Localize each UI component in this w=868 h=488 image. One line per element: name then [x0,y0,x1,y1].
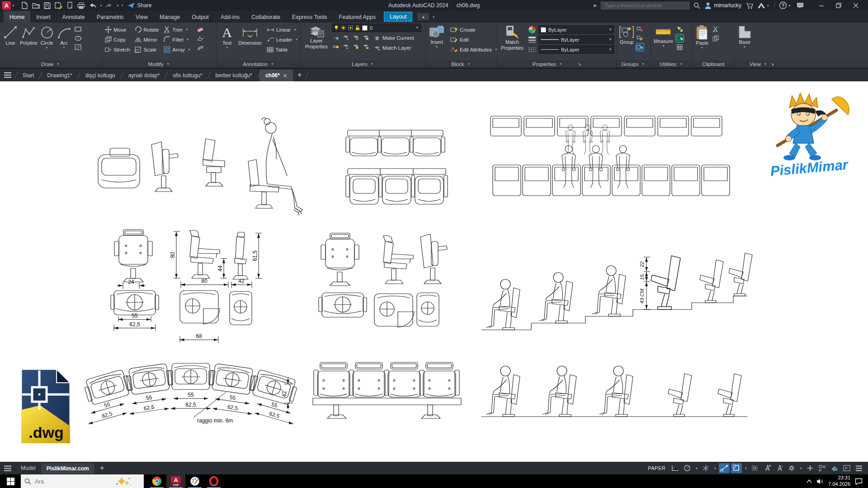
close-tab-icon[interactable] [283,74,287,78]
stretch-button[interactable]: Stretch [104,45,131,54]
tab-annotate[interactable]: Annotate [57,11,91,23]
autocad-logo-icon[interactable]: A [2,1,11,10]
layer-thaw-sun-icon[interactable] [341,25,346,30]
osnap-icon[interactable] [719,463,730,473]
isodraft-caret-icon[interactable]: ▼ [713,467,717,470]
match-layer-button[interactable]: Match Layer [373,43,415,52]
ellipse-tool-icon[interactable] [75,34,82,42]
isolate-objects-icon[interactable] [817,463,828,473]
paper-space-toggle[interactable]: PAPER [645,465,668,471]
layer-unlock2-icon[interactable] [362,42,369,50]
cut-icon[interactable] [712,25,720,33]
panel-label-annotation[interactable]: Annotation▼ [217,60,301,68]
file-tab-start[interactable]: Start [17,70,40,81]
dimension-button[interactable]: Dimension [237,24,263,47]
layer-off-icon[interactable] [332,33,340,41]
app-store-cart-icon[interactable] [745,2,753,9]
share-button[interactable]: Share [127,2,151,9]
line-button[interactable]: Line [2,24,19,47]
panel-label-utilities[interactable]: Utilities▼ [651,60,692,68]
redo-icon[interactable] [104,1,115,10]
layer-select[interactable]: 0 ▼ [332,23,421,32]
measure-button[interactable]: Measure▼ [653,24,674,49]
select-similar-icon[interactable] [676,34,684,42]
user-account-button[interactable]: mimarlucky [704,2,741,9]
ribbon-minimize-caret-icon[interactable]: ▼ [432,15,435,19]
panel-label-clipboard[interactable]: Clipboard [693,60,734,68]
file-tab-aynali-dolap[interactable]: aynalı dolap* [123,70,165,81]
layer-properties-button[interactable]: Layer Properties [304,23,329,52]
array-button[interactable]: Array▼ [163,45,192,54]
save-icon[interactable] [42,1,53,10]
taskbar-chrome-icon[interactable] [147,474,166,488]
linetype-select[interactable]: ByLayer▼ [538,45,614,54]
file-tab-disci-koltugu[interactable]: dişçi koltugu [80,70,121,81]
group-button[interactable]: Group [618,24,635,46]
panel-label-block[interactable]: Block▼ [426,60,497,68]
properties-dialog-launcher-icon[interactable]: ↘ [577,61,581,66]
file-tab-drawing1[interactable]: Drawing1* [41,70,78,81]
panel-label-groups[interactable]: Groups▼ [617,60,651,68]
layout-menu-icon[interactable] [0,462,15,474]
layer-isolate-icon[interactable] [342,33,349,41]
minimize-button[interactable] [813,0,830,11]
copilot-sparkle-icon[interactable] [115,476,131,486]
tab-featured-apps[interactable]: Featured Apps [333,11,382,23]
tab-home[interactable]: Home [4,11,30,23]
grid-display-icon[interactable] [670,463,680,473]
file-tab-ofis-koltugu[interactable]: ofis koltugu* [167,70,208,81]
print-icon[interactable] [76,1,87,10]
layer-on2-icon[interactable] [332,42,340,50]
hatch-tool-icon[interactable] [75,43,82,51]
group-edit-icon[interactable] [636,34,644,42]
layer-on-bulb-icon[interactable] [334,25,339,30]
linear-dimension-button[interactable]: Linear▼ [266,25,300,34]
quick-calculator-icon[interactable] [676,43,684,51]
redo-caret-icon[interactable]: ▼ [116,4,119,7]
text-button[interactable]: AText▼ [219,24,235,51]
model-tab[interactable]: Model [15,463,41,474]
taskbar-search-input[interactable] [35,478,112,485]
edit-block-button[interactable]: Edit [449,35,500,44]
annotation-visibility-icon[interactable] [762,463,773,473]
autodesk-menu-button[interactable]: ▼ [757,2,770,9]
panel-label-properties[interactable]: Properties▼↘ [497,60,616,68]
drawing-canvas[interactable]: 24 80 44 61,5 80 42 55 62,5 68 55 62,5 5… [0,81,868,462]
tab-express-tools[interactable]: Express Tools [286,11,333,23]
file-tab-ch06[interactable]: ch06* [259,70,293,81]
rotate-button[interactable]: Rotate [134,25,160,34]
file-tabs-menu-icon[interactable] [0,69,15,81]
arc-button[interactable]: Arc▼ [56,24,73,51]
erase-icon[interactable] [197,25,204,33]
annotation-scale-gear-icon[interactable] [786,463,797,473]
new-drawing-tab-button[interactable]: + [293,70,307,81]
autoscale-icon[interactable] [774,463,785,473]
object-color-select[interactable]: ByLayer▼ [538,25,614,34]
help-button[interactable]: ?▼ [779,1,792,9]
polar-caret-icon[interactable]: ▼ [695,467,698,470]
gear-caret-icon[interactable]: ▼ [799,467,802,470]
copy-button[interactable]: Copy [104,35,131,44]
app-menu-caret-icon[interactable]: ▼ [12,4,15,7]
taskbar-autocad-icon[interactable]: ACAD [166,474,185,488]
taskbar-opera-icon[interactable] [204,474,223,488]
save-as-icon[interactable] [53,1,64,10]
tab-view[interactable]: View [130,11,154,23]
qat-customize-icon[interactable]: ▾ [122,4,123,7]
open-folder-icon[interactable] [31,1,42,10]
file-tab-berber-koltugu[interactable]: berber koltuğu* [210,70,258,81]
trim-button[interactable]: Trim▼ [163,25,192,34]
layer-thaw2-icon[interactable] [342,42,349,50]
tab-collaborate[interactable]: Collaborate [245,11,286,23]
tray-expand-chevron-icon[interactable] [807,479,812,483]
circle-button[interactable]: Circle▼ [38,24,56,51]
taskbar-search[interactable] [21,474,144,488]
lineweight-select[interactable]: ByLayer▼ [538,35,614,44]
volume-icon[interactable] [816,479,824,484]
panel-label-draw[interactable]: Draw▼ [0,60,102,68]
insert-block-button[interactable]: Insert▼ [428,24,446,50]
fillet-button[interactable]: Fillet▼ [163,35,192,44]
polyline-button[interactable]: Polyline [19,24,38,47]
tab-insert[interactable]: Insert [30,11,56,23]
ribbon-minimize-icon[interactable]: ▲ [417,13,429,20]
